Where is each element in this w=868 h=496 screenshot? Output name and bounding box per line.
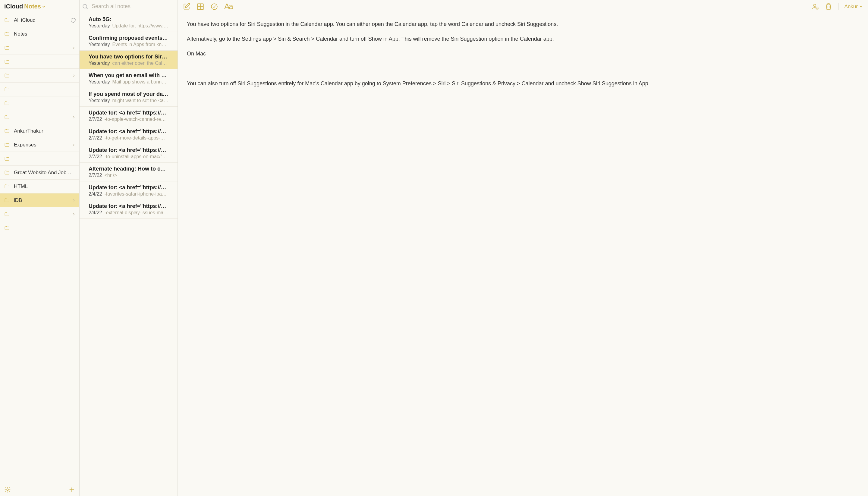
plus-icon[interactable] (68, 486, 75, 493)
folder-icon (4, 170, 10, 175)
folder-icon (4, 17, 10, 23)
note-row[interactable]: Auto 5G:YesterdayUpdate for: https://www… (80, 13, 177, 32)
note-subline: Yesterdaymight want to set the <a … (89, 98, 169, 103)
note-title: Update for: <a href="https://w… (89, 128, 169, 135)
sidebar-header[interactable]: iCloud Notes (0, 0, 79, 13)
note-row[interactable]: Update for: <a href="https://w…2/7/22-to… (80, 144, 177, 163)
folder-icon (4, 73, 10, 78)
sidebar-item[interactable]: All iCloud (0, 13, 79, 27)
note-preview: Mail app shows a banner… (112, 79, 169, 85)
note-row[interactable]: Confirming proposed events fr…YesterdayE… (80, 32, 177, 51)
sidebar-item[interactable]: HTML (0, 180, 79, 193)
folder-icon (4, 212, 10, 217)
note-subline: 2/7/22-to-apple-watch-canned-re… (89, 117, 169, 122)
note-date: Yesterday (89, 79, 110, 85)
svg-point-0 (6, 489, 9, 491)
chevron-right-icon (72, 74, 76, 77)
note-date: 2/4/22 (89, 210, 102, 215)
sidebar-item[interactable] (0, 96, 79, 110)
note-paragraph (187, 65, 859, 73)
note-title: If you spend most of your day i… (89, 91, 169, 97)
note-paragraph: On Mac (187, 50, 859, 58)
folder-label: Expenses (14, 142, 68, 148)
note-row[interactable]: You have two options for Siri S…Yesterda… (80, 51, 177, 69)
note-preview: -to-uninstall-apps-on-mac/"… (104, 154, 167, 159)
editor-column: Aa Ankur You have two options for Siri S… (178, 0, 868, 496)
sidebar-item[interactable] (0, 55, 79, 69)
sidebar-item[interactable] (0, 207, 79, 221)
checklist-icon[interactable] (211, 3, 218, 11)
note-date: 2/7/22 (89, 173, 102, 178)
sidebar-item[interactable]: iDB (0, 193, 79, 207)
folder-list: All iCloudNotesAnkurThakurExpensesGreat … (0, 13, 79, 483)
gear-icon[interactable] (4, 486, 11, 493)
sidebar-footer (0, 483, 79, 496)
toolbar-divider (838, 3, 838, 10)
spinner-icon (71, 18, 76, 22)
note-date: 2/7/22 (89, 117, 102, 122)
sidebar-item[interactable] (0, 221, 79, 235)
folder-icon (4, 31, 10, 37)
search-input[interactable] (92, 3, 175, 10)
note-preview: <hr /> (104, 173, 117, 178)
account-menu-label: Ankur (844, 4, 858, 10)
note-row[interactable]: Alternate heading: How to cha…2/7/22<hr … (80, 163, 177, 182)
note-paragraph: You can also turn off Siri Suggestions e… (187, 80, 859, 88)
folder-icon (4, 100, 10, 106)
text-style-icon[interactable]: Aa (224, 2, 233, 11)
sidebar-item[interactable]: AnkurThakur (0, 124, 79, 138)
folder-icon (4, 184, 10, 189)
note-subline: YesterdayUpdate for: https://www.i… (89, 23, 169, 29)
account-menu-button[interactable]: Ankur (844, 4, 863, 10)
note-subline: 2/4/22-external-display-issues-ma… (89, 210, 169, 215)
sidebar-item[interactable]: Expenses (0, 138, 79, 152)
note-row[interactable]: Update for: <a href="https://w…2/7/22-to… (80, 125, 177, 144)
note-subline: 2/4/22-favorites-safari-iphone-ipa… (89, 191, 169, 197)
svg-point-8 (211, 4, 217, 10)
svg-point-3 (83, 4, 87, 8)
trash-icon[interactable] (825, 3, 832, 10)
note-body[interactable]: You have two options for Siri Suggestion… (178, 13, 868, 496)
sidebar-item[interactable]: Notes (0, 27, 79, 41)
folder-icon (4, 87, 10, 92)
note-row[interactable]: If you spend most of your day i…Yesterda… (80, 88, 177, 107)
note-list: Auto 5G:YesterdayUpdate for: https://www… (80, 13, 177, 496)
sidebar-item[interactable]: Great Website And Job o… (0, 166, 79, 180)
note-preview: might want to set the <a … (112, 98, 169, 103)
search-bar (80, 0, 177, 13)
note-subline: 2/7/22-to-uninstall-apps-on-mac/"… (89, 154, 169, 159)
folder-icon (4, 128, 10, 134)
note-row[interactable]: Update for: <a href="https://w…2/4/22-ex… (80, 200, 177, 219)
compose-icon[interactable] (183, 3, 190, 11)
note-title: Update for: <a href="https://w… (89, 203, 169, 210)
note-subline: Yesterdaycan either open the Cale… (89, 61, 169, 66)
note-preview: -to-get-more-details-apps-… (104, 135, 165, 141)
note-title: Update for: <a href="https://w… (89, 110, 169, 116)
note-paragraph: Alternatively, go to the Settings app > … (187, 35, 859, 43)
chevron-right-icon (72, 115, 76, 119)
note-date: Yesterday (89, 42, 110, 47)
note-preview: -favorites-safari-iphone-ipa… (104, 191, 166, 197)
note-date: Yesterday (89, 23, 110, 29)
note-preview: -external-display-issues-ma… (104, 210, 168, 215)
add-people-icon[interactable] (812, 3, 819, 10)
folder-icon (4, 114, 10, 120)
app-root: iCloud Notes All iCloudNotesAnkurThakurE… (0, 0, 868, 496)
note-row[interactable]: When you get an email with a d…Yesterday… (80, 69, 177, 88)
note-date: Yesterday (89, 98, 110, 103)
app-title-text: Notes (24, 3, 41, 10)
chevron-right-icon (72, 213, 76, 216)
grid-icon[interactable] (197, 3, 204, 11)
note-row[interactable]: Update for: <a href="https://w…2/4/22-fa… (80, 182, 177, 200)
chevron-down-icon (859, 4, 863, 9)
sidebar-item[interactable] (0, 152, 79, 166)
sidebar-item[interactable] (0, 110, 79, 124)
sidebar-item[interactable] (0, 69, 79, 82)
sidebar-item[interactable] (0, 82, 79, 96)
note-row[interactable]: Update for: <a href="https://w…2/7/22-to… (80, 107, 177, 125)
sidebar-item[interactable] (0, 41, 79, 55)
note-date: 2/7/22 (89, 135, 102, 141)
search-icon (82, 3, 89, 10)
note-preview: -to-apple-watch-canned-re… (104, 117, 166, 122)
sidebar: iCloud Notes All iCloudNotesAnkurThakurE… (0, 0, 80, 496)
